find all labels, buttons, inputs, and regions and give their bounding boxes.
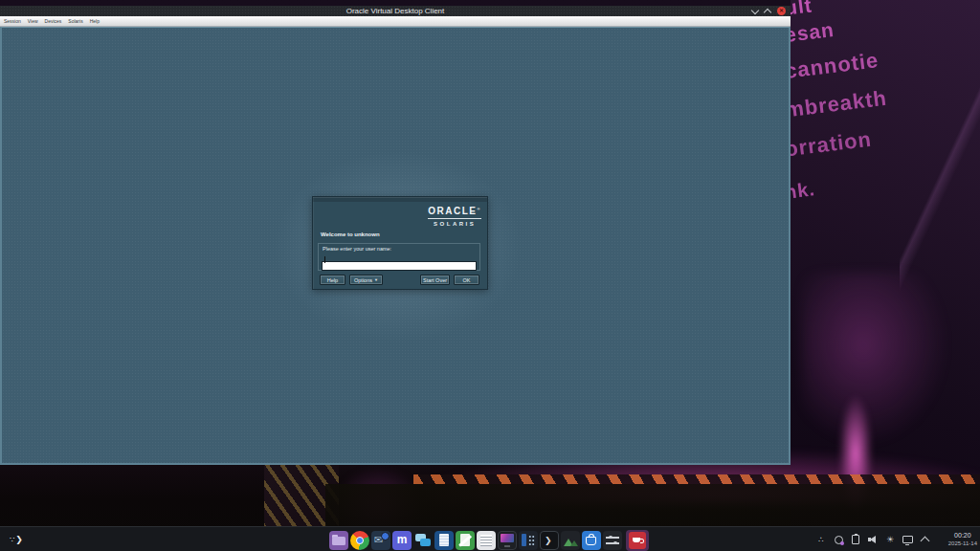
taskbar-clock[interactable]: 00:20 2025-11-14 xyxy=(948,531,977,547)
messenger-icon[interactable] xyxy=(413,531,433,550)
menu-bar: SessionViewDevicesSolarisHelp xyxy=(0,16,791,27)
clock-time: 00:20 xyxy=(948,531,977,540)
settings-sliders-icon[interactable] xyxy=(603,531,622,550)
window-controls xyxy=(752,6,786,16)
clock-date: 2025-11-14 xyxy=(948,540,977,547)
ovdc-active-task[interactable] xyxy=(626,530,649,551)
registered-mark: ® xyxy=(478,207,481,211)
menu-item[interactable]: Session xyxy=(4,18,21,24)
maximize-chevron-icon[interactable] xyxy=(764,8,771,15)
calculator-icon[interactable] xyxy=(519,531,538,550)
brightness-icon[interactable]: ☀ xyxy=(884,534,896,546)
wallpaper-graffiti-text: ult xyxy=(791,0,813,20)
taskbar-app-icons xyxy=(329,530,649,551)
window-title: Oracle Virtual Desktop Client xyxy=(346,6,445,16)
wallpaper-pink-blob xyxy=(802,273,955,454)
wallpaper-graffiti-text: nk. xyxy=(791,178,816,204)
text-document-icon[interactable] xyxy=(477,531,496,550)
chrome-browser-icon[interactable] xyxy=(350,531,369,550)
menu-item[interactable]: Devices xyxy=(45,18,62,24)
wallpaper-graffiti-text: mbreakth xyxy=(791,86,888,123)
volume-icon[interactable] xyxy=(867,534,879,545)
options-dropdown-button[interactable]: Options ▼ xyxy=(349,275,383,285)
file-manager-icon[interactable] xyxy=(329,531,348,550)
menu-item[interactable]: Help xyxy=(90,18,100,24)
wallpaper-graffiti-text: orration xyxy=(791,127,873,163)
audio-input-icon[interactable] xyxy=(835,536,843,544)
solaris-wordmark: SOLARIS xyxy=(428,221,481,227)
device-tree-icon[interactable]: ∴ xyxy=(815,534,827,546)
image-viewer-icon[interactable] xyxy=(561,531,580,550)
username-input[interactable] xyxy=(322,261,477,271)
office-writer-icon[interactable] xyxy=(434,531,454,550)
wallpaper-graffiti-text: esan xyxy=(791,18,835,47)
username-panel: Please enter your user name: xyxy=(318,243,480,271)
ok-button[interactable]: OK xyxy=(454,275,479,285)
text-caret xyxy=(324,256,326,263)
logo-divider xyxy=(428,218,481,219)
app-launcher-icon[interactable] xyxy=(8,532,25,547)
ovdc-cup-icon xyxy=(629,532,646,549)
wallpaper-hazard-stripe xyxy=(413,474,980,484)
terminal-icon[interactable] xyxy=(540,531,559,550)
desktop: ult esan cannotie mbreakth orration nk. … xyxy=(0,0,980,551)
menu-item[interactable]: View xyxy=(28,18,38,24)
mail-client-icon[interactable] xyxy=(371,531,390,550)
username-label: Please enter your user name: xyxy=(323,246,391,252)
username-field-wrap xyxy=(322,254,477,264)
mastodon-icon[interactable] xyxy=(392,531,412,550)
close-icon[interactable] xyxy=(777,7,786,15)
green-editor-icon[interactable] xyxy=(456,531,475,550)
display-tool-icon[interactable] xyxy=(498,531,517,550)
display-icon[interactable] xyxy=(902,536,913,543)
tray-expand-chevron-icon[interactable] xyxy=(920,537,929,546)
ovdc-window: Oracle Virtual Desktop Client SessionVie… xyxy=(0,6,791,465)
dialog-top-strip xyxy=(313,197,487,202)
remote-desktop-area: ORACLE® SOLARIS Welcome to unknown Pleas… xyxy=(0,27,791,465)
start-over-button[interactable]: Start Over xyxy=(420,275,450,285)
welcome-text: Welcome to unknown xyxy=(321,231,380,237)
taskbar: ∴ ☀ 00:20 2025-11-14 xyxy=(0,526,980,551)
system-tray: ∴ ☀ xyxy=(815,527,930,551)
minimize-chevron-icon[interactable] xyxy=(751,6,759,13)
menu-item[interactable]: Solaris xyxy=(68,18,82,24)
clipboard-icon[interactable] xyxy=(852,535,859,544)
wallpaper-graffiti-text: cannotie xyxy=(791,48,880,84)
discover-store-icon[interactable] xyxy=(582,531,601,550)
oracle-solaris-logo: ORACLE® SOLARIS xyxy=(428,205,481,227)
solaris-login-dialog: ORACLE® SOLARIS Welcome to unknown Pleas… xyxy=(312,196,488,290)
oracle-wordmark: ORACLE® xyxy=(428,205,481,216)
help-button[interactable]: Help xyxy=(320,275,345,285)
dropdown-arrow-icon: ▼ xyxy=(374,278,378,282)
window-titlebar: Oracle Virtual Desktop Client xyxy=(0,6,791,16)
